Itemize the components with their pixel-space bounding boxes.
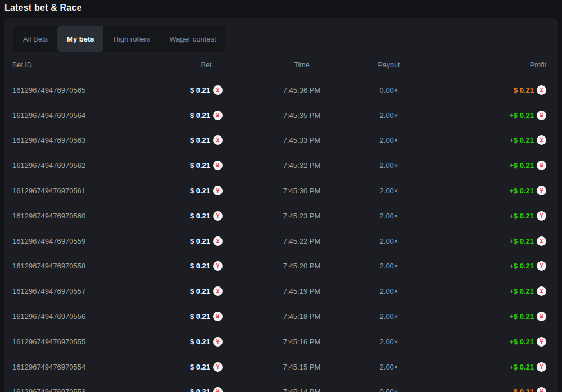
profit-cell: +$ 0.21¥	[423, 111, 546, 120]
profit-cell: +$ 0.21¥	[423, 261, 546, 271]
bets-tabbar: All BetsMy betsHigh rollersWager contest	[13, 26, 226, 52]
bet-id-cell: 161296749476970564	[12, 111, 164, 120]
profit-cell: $ 0.21¥	[423, 387, 546, 392]
yen-coin-icon: ¥	[213, 211, 223, 221]
bet-amount: $ 0.21	[190, 161, 210, 170]
profit-cell: +$ 0.21¥	[423, 135, 546, 145]
payout-cell: 2.00×	[355, 136, 423, 144]
profit-cell: +$ 0.21¥	[423, 236, 546, 246]
bet-amount-cell: $ 0.21¥	[164, 111, 248, 120]
time-cell: 7:45:23 PM	[248, 212, 355, 220]
payout-cell: 2.00×	[355, 212, 423, 220]
profit-amount: +$ 0.21	[509, 237, 534, 245]
time-cell: 7:45:30 PM	[248, 186, 355, 195]
bets-table-body: 161296749476970565$ 0.21¥7:45:36 PM0.00×…	[12, 78, 546, 392]
time-cell: 7:45:32 PM	[248, 161, 355, 170]
profit-amount: +$ 0.21	[509, 186, 534, 195]
time-cell: 7:45:18 PM	[248, 312, 355, 321]
bet-amount: $ 0.21	[190, 363, 210, 371]
yen-coin-icon: ¥	[213, 362, 223, 372]
table-row[interactable]: 161296749476970563$ 0.21¥7:45:33 PM2.00×…	[12, 128, 546, 153]
page-title: Latest bet & Race	[0, 0, 562, 15]
table-row[interactable]: 161296749476970553$ 0.21¥7:45:14 PM0.00×…	[12, 380, 546, 392]
table-row[interactable]: 161296749476970558$ 0.21¥7:45:20 PM2.00×…	[12, 254, 546, 279]
profit-amount: +$ 0.21	[509, 136, 534, 144]
payout-cell: 2.00×	[355, 111, 423, 120]
profit-amount: +$ 0.21	[509, 287, 534, 295]
bet-amount: $ 0.21	[190, 136, 210, 144]
payout-cell: 2.00×	[355, 237, 423, 245]
table-header-row: Bet ID Bet Time Payout Profit	[12, 53, 546, 78]
profit-cell: +$ 0.21¥	[423, 161, 546, 170]
time-cell: 7:45:20 PM	[248, 262, 355, 270]
bet-amount-cell: $ 0.21¥	[164, 362, 248, 372]
bet-amount: $ 0.21	[190, 287, 210, 295]
table-row[interactable]: 161296749476970557$ 0.21¥7:45:19 PM2.00×…	[12, 279, 546, 304]
table-row[interactable]: 161296749476970562$ 0.21¥7:45:32 PM2.00×…	[12, 153, 546, 178]
table-row[interactable]: 161296749476970561$ 0.21¥7:45:30 PM2.00×…	[12, 178, 546, 203]
bet-id-cell: 161296749476970553	[12, 388, 164, 392]
profit-amount: $ 0.21	[514, 388, 534, 392]
tab-my-bets[interactable]: My bets	[57, 26, 103, 52]
bet-id-cell: 161296749476970561	[12, 186, 164, 195]
yen-coin-icon: ¥	[213, 337, 223, 347]
profit-cell: +$ 0.21¥	[423, 362, 546, 372]
payout-cell: 0.00×	[355, 86, 423, 94]
tab-high-rollers[interactable]: High rollers	[103, 26, 160, 52]
table-row[interactable]: 161296749476970559$ 0.21¥7:45:22 PM2.00×…	[12, 229, 546, 254]
tab-wager-contest[interactable]: Wager contest	[160, 26, 225, 52]
column-header-payout: Payout	[355, 61, 423, 69]
bet-id-cell: 161296749476970563	[12, 136, 164, 144]
bet-amount-cell: $ 0.21¥	[164, 135, 248, 145]
bet-id-cell: 161296749476970557	[12, 287, 164, 295]
time-cell: 7:45:15 PM	[248, 363, 355, 371]
yen-coin-icon: ¥	[213, 186, 223, 195]
yen-coin-icon: ¥	[213, 111, 223, 120]
table-row[interactable]: 161296749476970554$ 0.21¥7:45:15 PM2.00×…	[12, 354, 546, 380]
yen-coin-icon: ¥	[537, 85, 546, 95]
bet-id-cell: 161296749476970559	[12, 237, 164, 245]
yen-coin-icon: ¥	[537, 236, 546, 246]
yen-coin-icon: ¥	[213, 161, 223, 170]
yen-coin-icon: ¥	[213, 312, 223, 321]
yen-coin-icon: ¥	[537, 312, 546, 321]
payout-cell: 2.00×	[355, 186, 423, 195]
yen-coin-icon: ¥	[537, 362, 546, 372]
yen-coin-icon: ¥	[213, 286, 223, 296]
profit-cell: +$ 0.21¥	[423, 286, 546, 296]
yen-coin-icon: ¥	[537, 261, 546, 271]
column-header-time: Time	[248, 61, 355, 69]
yen-coin-icon: ¥	[213, 85, 223, 95]
bet-amount: $ 0.21	[190, 212, 210, 220]
table-row[interactable]: 161296749476970564$ 0.21¥7:45:35 PM2.00×…	[12, 103, 546, 128]
bet-amount: $ 0.21	[190, 111, 210, 120]
bet-amount: $ 0.21	[190, 186, 210, 195]
table-row[interactable]: 161296749476970556$ 0.21¥7:45:18 PM2.00×…	[12, 304, 546, 329]
tab-all-bets[interactable]: All Bets	[13, 26, 57, 52]
yen-coin-icon: ¥	[537, 135, 546, 145]
profit-cell: +$ 0.21¥	[423, 186, 546, 195]
bet-id-cell: 161296749476970556	[12, 312, 164, 321]
bet-id-cell: 161296749476970565	[12, 86, 164, 94]
bet-amount: $ 0.21	[190, 262, 210, 270]
yen-coin-icon: ¥	[537, 111, 546, 120]
payout-cell: 2.00×	[355, 287, 423, 295]
yen-coin-icon: ¥	[537, 337, 546, 347]
bet-amount-cell: $ 0.21¥	[164, 186, 248, 195]
payout-cell: 2.00×	[355, 363, 423, 371]
bet-amount-cell: $ 0.21¥	[164, 211, 248, 221]
time-cell: 7:45:14 PM	[248, 388, 355, 392]
yen-coin-icon: ¥	[537, 161, 546, 170]
profit-cell: $ 0.21¥	[423, 85, 546, 95]
bet-amount: $ 0.21	[190, 237, 210, 245]
bet-amount: $ 0.21	[190, 338, 210, 346]
latest-bet-panel: All BetsMy betsHigh rollersWager contest…	[4, 18, 558, 392]
table-row[interactable]: 161296749476970555$ 0.21¥7:45:16 PM2.00×…	[12, 329, 546, 354]
yen-coin-icon: ¥	[537, 186, 546, 195]
bet-amount-cell: $ 0.21¥	[164, 236, 248, 246]
table-row[interactable]: 161296749476970565$ 0.21¥7:45:36 PM0.00×…	[12, 78, 546, 103]
column-header-profit: Profit	[423, 61, 546, 69]
payout-cell: 0.00×	[355, 388, 423, 392]
yen-coin-icon: ¥	[213, 135, 223, 145]
table-row[interactable]: 161296749476970560$ 0.21¥7:45:23 PM2.00×…	[12, 203, 546, 229]
